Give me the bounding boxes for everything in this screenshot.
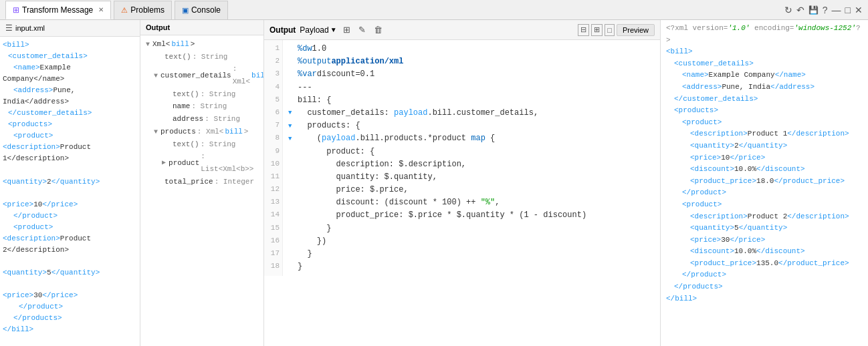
code-line-3: %var discount=0.1 [288,68,655,81]
save-icon[interactable]: 💾 [808,5,819,15]
fold-9 [288,147,298,156]
tree-arrow [154,176,162,187]
tree-item: address : String [143,113,261,126]
payload-select[interactable]: Payload ▼ [300,25,336,35]
xml-product-1-open: <product> [666,117,863,129]
code-line-5: bill: { [288,94,655,107]
xml-address: <address>Pune, India</address> [666,81,863,94]
tree-arrow [154,51,162,63]
tab-transform-close[interactable]: ✕ [98,6,104,13]
fold-10 [288,160,298,169]
xml-product-2-qty: <quantity>5</quantity> [666,222,863,234]
tree-item: name : String [143,100,261,113]
pencil-toolbar-btn[interactable]: ✎ [356,24,368,35]
tree-item: ▼ Xml<bill> [143,38,261,51]
code-line-17: } [288,248,655,261]
fold-12 [288,185,298,194]
trash-toolbar-btn[interactable]: 🗑 [372,24,385,35]
tab-transform-label: Transform Message [22,5,93,15]
code-line-16: }) [288,235,655,248]
tab-problems[interactable]: ⚠ Problems [114,1,172,19]
tree-node-name: products [160,126,196,138]
fold-3 [288,70,298,79]
tree-arrow [162,138,170,150]
right-panel: <?xml version='1.0' encoding='windows-12… [661,20,868,346]
view-btn-3[interactable]: □ [605,24,615,36]
fold-7[interactable]: ▼ [288,122,298,131]
view-controls: ⊟ ⊞ □ Preview [578,24,655,36]
xml-product-2-open: <product> [666,199,863,211]
tree-item: text() : String [143,51,261,63]
editor-panel: Output Payload ▼ ⊞ ✎ 🗑 ⊟ ⊞ □ Preview 123… [264,20,661,346]
tree-node-name: total_price [165,176,213,188]
fold-6[interactable]: ▼ [288,108,298,118]
fold-18 [288,263,298,272]
tab-transform[interactable]: ⊞ Transform Message ✕ [5,1,111,19]
window-actions: ↻ ↶ 💾 ? — □ ✕ [784,5,863,15]
left-panel-title: input.xml [15,24,45,32]
xml-customer-details-open: <customer_details> [666,58,863,70]
middle-panel: Output ▼ Xml<bill> text() : String ▼ cus… [140,20,264,346]
tab-console-label: Console [191,5,221,15]
line-numbers: 12345 678910 1112131415 161718 [264,40,283,276]
xml-product-1-discount: <discount>10.0%</discount> [666,164,863,176]
fold-15 [288,224,298,233]
tree-item: text() : String [143,138,261,151]
view-btn-2[interactable]: ⊞ [591,24,603,36]
code-line-4: --- [288,81,655,94]
tab-problems-label: Problems [130,5,165,15]
code-content: %dw 1.0 %output application/xml %var dis… [283,40,660,276]
left-panel-header: ☰ input.xml [0,20,140,37]
maximize-icon[interactable]: □ [845,5,851,15]
minimize-icon[interactable]: — [832,5,841,15]
fold-11 [288,172,298,182]
tree-item: ▶ product : List<Xml<b>> [143,150,261,175]
fold-2 [288,57,298,67]
tree-arrow[interactable]: ▼ [146,39,150,50]
tree-node-type: : Integer [215,176,254,188]
view-btn-1[interactable]: ⊟ [578,24,589,36]
xml-customer-details-close: </customer_details> [666,94,863,106]
tree-node-type: : String [193,51,228,63]
tree-node-type: : String [201,88,236,101]
fold-8[interactable]: ▼ [288,134,298,144]
fold-16 [288,236,298,246]
tree-arrow [162,101,170,112]
transform-tab-icon: ⊞ [13,5,19,15]
undo-icon[interactable]: ↶ [796,5,804,15]
tree-arrow[interactable]: ▶ [162,157,166,168]
output-label: Output [269,25,296,35]
left-panel-content: <bill> <customer_details> <name>Example … [0,37,140,346]
help-icon[interactable]: ? [823,5,828,15]
tree-arrow[interactable]: ▼ [154,70,158,81]
payload-label: Payload [300,25,328,35]
xml-product-1-desc: <description>Product 1</description> [666,128,863,140]
tree-arrow[interactable]: ▼ [154,126,158,138]
tree-node-name: address [173,113,203,126]
xml-pi-line: <?xml version='1.0' encoding='windows-12… [666,23,863,46]
code-editor[interactable]: 12345 678910 1112131415 161718 %dw 1.0 %… [264,40,660,346]
problems-tab-icon: ⚠ [121,6,128,15]
editor-toolbar: Output Payload ▼ ⊞ ✎ 🗑 ⊟ ⊞ □ Preview [264,20,660,40]
close-icon[interactable]: ✕ [855,5,863,15]
payload-dropdown-arrow[interactable]: ▼ [330,26,337,33]
top-bar: ⊞ Transform Message ✕ ⚠ Problems ▣ Conso… [0,0,868,20]
left-panel: ☰ input.xml <bill> <customer_details> <n… [0,20,140,346]
code-line-15: } [288,222,655,235]
refresh-icon[interactable]: ↻ [784,5,792,15]
middle-panel-header: Output [140,20,263,35]
tree-node-name: text() [173,88,199,101]
tree-item: ▼ products : Xml<bill> [143,126,261,138]
tree-node-type: : String [205,113,240,126]
xml-bill-close: </bill> [666,293,863,305]
tree-node-name: text() [165,51,191,63]
main-layout: ☰ input.xml <bill> <customer_details> <n… [0,20,868,346]
add-toolbar-btn[interactable]: ⊞ [341,24,352,35]
tree-node-type: : String [201,138,236,151]
tree-node-name: Xml< [152,38,170,51]
tree-item: text() : String [143,88,261,101]
xml-product-1-qty: <quantity>2</quantity> [666,140,863,152]
xml-left-content: <bill> <customer_details> <name>Example … [3,39,137,335]
preview-button[interactable]: Preview [617,24,655,36]
tab-console[interactable]: ▣ Console [175,1,228,19]
